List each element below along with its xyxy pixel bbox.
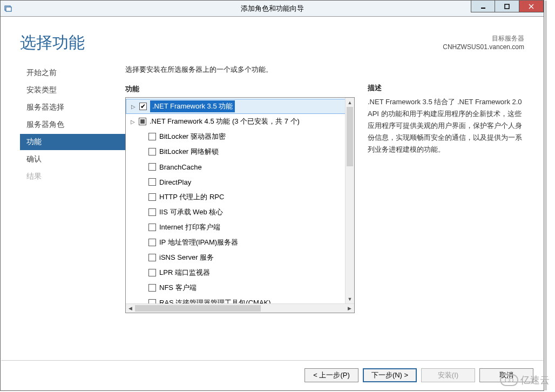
- feature-label: Internet 打印客户端: [159, 222, 220, 232]
- feature-label: LPR 端口监视器: [159, 268, 210, 278]
- feature-label: IP 地址管理(IPAM)服务器: [159, 238, 238, 247]
- feature-checkbox[interactable]: [148, 148, 156, 156]
- wizard-nav: 开始之前安装类型服务器选择服务器角色功能确认结果: [20, 60, 125, 313]
- horizontal-scrollbar[interactable]: ◀ ▶: [126, 303, 354, 313]
- nav-step[interactable]: 开始之前: [20, 65, 125, 81]
- previous-button[interactable]: < 上一步(P): [304, 368, 358, 382]
- feature-label: NFS 客户端: [159, 283, 197, 293]
- maximize-button[interactable]: [495, 1, 519, 12]
- feature-label: DirectPlay: [159, 178, 191, 186]
- page-title: 选择功能: [20, 32, 85, 54]
- feature-row[interactable]: BranchCache: [126, 159, 354, 174]
- feature-checkbox[interactable]: [139, 103, 147, 110]
- feature-row[interactable]: RAS 连接管理器管理工具包(CMAK): [126, 295, 354, 303]
- feature-row[interactable]: NFS 客户端: [126, 280, 354, 295]
- intro-text: 选择要安装在所选服务器上的一个或多个功能。: [125, 65, 355, 75]
- feature-row[interactable]: DirectPlay: [126, 174, 354, 190]
- install-button[interactable]: 安装(I): [421, 368, 475, 382]
- nav-step[interactable]: 服务器角色: [20, 117, 125, 133]
- description-text: .NET Framework 3.5 结合了 .NET Framework 2.…: [368, 96, 524, 156]
- target-server-info: 目标服务器 CNHZWSUS01.vancen.com: [443, 34, 524, 51]
- nav-step[interactable]: 功能: [20, 134, 125, 150]
- feature-label: BranchCache: [159, 163, 202, 171]
- feature-checkbox[interactable]: [148, 178, 156, 186]
- scroll-thumb-h[interactable]: [135, 305, 261, 312]
- nav-step[interactable]: 服务器选择: [20, 99, 125, 116]
- cancel-button[interactable]: 取消: [479, 368, 533, 382]
- scroll-up-icon[interactable]: ▲: [346, 98, 354, 107]
- features-heading: 功能: [125, 84, 355, 94]
- svg-rect-3: [505, 4, 509, 9]
- scroll-right-icon[interactable]: ▶: [345, 304, 354, 313]
- feature-row[interactable]: HTTP 代理上的 RPC: [126, 190, 354, 205]
- feature-checkbox[interactable]: [148, 254, 156, 261]
- titlebar: 添加角色和功能向导: [1, 1, 544, 17]
- feature-row[interactable]: IP 地址管理(IPAM)服务器: [126, 235, 354, 250]
- feature-checkbox[interactable]: [139, 118, 146, 125]
- vertical-scrollbar[interactable]: ▲ ▼: [345, 98, 354, 303]
- target-value: CNHZWSUS01.vancen.com: [443, 43, 524, 51]
- nav-step[interactable]: 确认: [20, 151, 125, 167]
- feature-checkbox[interactable]: [148, 163, 156, 171]
- feature-label: IIS 可承载 Web 核心: [159, 207, 223, 217]
- feature-row[interactable]: ▷.NET Framework 3.5 功能: [126, 99, 354, 114]
- footer: < 上一步(P) 下一步(N) > 安装(I) 取消: [1, 360, 543, 390]
- scroll-thumb[interactable]: [347, 107, 353, 166]
- feature-label: BitLocker 网络解锁: [159, 147, 219, 157]
- target-label: 目标服务器: [443, 34, 524, 43]
- feature-label: BitLocker 驱动器加密: [159, 132, 226, 141]
- feature-checkbox[interactable]: [148, 208, 156, 216]
- feature-row[interactable]: IIS 可承载 Web 核心: [126, 205, 354, 220]
- expand-icon[interactable]: ▷: [130, 119, 136, 125]
- feature-row[interactable]: BitLocker 驱动器加密: [126, 129, 354, 144]
- feature-checkbox[interactable]: [148, 269, 156, 276]
- description-heading: 描述: [368, 83, 524, 93]
- feature-checkbox[interactable]: [148, 133, 156, 140]
- feature-row[interactable]: ▷.NET Framework 4.5 功能 (3 个已安装，共 7 个): [126, 114, 354, 129]
- feature-checkbox[interactable]: [148, 284, 156, 292]
- nav-step: 结果: [20, 168, 125, 185]
- feature-row[interactable]: iSNS Server 服务: [126, 250, 354, 265]
- features-tree: ▷.NET Framework 3.5 功能▷.NET Framework 4.…: [125, 97, 355, 313]
- window-title: 添加角色和功能向导: [1, 4, 544, 13]
- scroll-down-icon[interactable]: ▼: [346, 294, 354, 303]
- feature-label: RAS 连接管理器管理工具包(CMAK): [159, 298, 271, 303]
- feature-label: iSNS Server 服务: [159, 253, 214, 262]
- feature-label: .NET Framework 4.5 功能 (3 个已安装，共 7 个): [150, 117, 300, 126]
- feature-label: HTTP 代理上的 RPC: [159, 192, 224, 202]
- feature-row[interactable]: BitLocker 网络解锁: [126, 144, 354, 159]
- feature-checkbox[interactable]: [148, 239, 156, 246]
- close-button[interactable]: [519, 1, 544, 12]
- minimize-button[interactable]: [471, 1, 495, 12]
- expand-icon[interactable]: ▷: [131, 104, 136, 110]
- feature-checkbox[interactable]: [148, 299, 156, 303]
- feature-checkbox[interactable]: [148, 224, 156, 231]
- feature-row[interactable]: LPR 端口监视器: [126, 265, 354, 280]
- feature-checkbox[interactable]: [148, 193, 156, 201]
- scroll-left-icon[interactable]: ◀: [126, 304, 135, 313]
- next-button[interactable]: 下一步(N) >: [363, 368, 417, 382]
- feature-label: .NET Framework 3.5 功能: [150, 100, 235, 112]
- feature-row[interactable]: Internet 打印客户端: [126, 220, 354, 235]
- nav-step[interactable]: 安装类型: [20, 82, 125, 98]
